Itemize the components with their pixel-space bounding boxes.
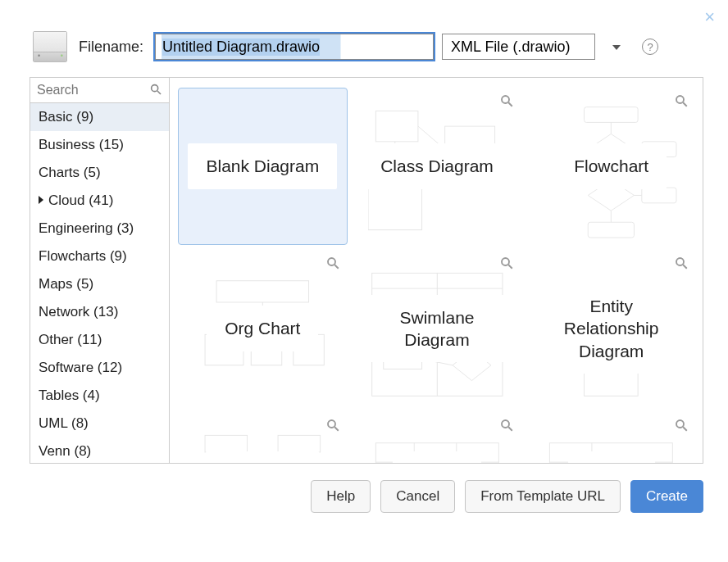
svg-line-74 bbox=[509, 427, 513, 431]
template-card[interactable]: Simple bbox=[353, 412, 522, 463]
svg-rect-9 bbox=[585, 107, 639, 123]
footer: Help Cancel From Template URL Create bbox=[0, 464, 728, 513]
category-item[interactable]: Tables (4) bbox=[30, 382, 169, 410]
svg-line-54 bbox=[683, 265, 687, 269]
svg-point-31 bbox=[328, 258, 335, 265]
magnify-icon[interactable] bbox=[325, 418, 340, 433]
search-input[interactable] bbox=[30, 78, 169, 102]
svg-line-32 bbox=[334, 265, 339, 269]
template-card[interactable]: Cross- bbox=[526, 412, 696, 463]
category-item[interactable]: Software (12) bbox=[30, 354, 169, 382]
magnify-icon[interactable] bbox=[499, 418, 514, 433]
svg-point-73 bbox=[502, 420, 509, 428]
category-item[interactable]: Charts (5) bbox=[30, 159, 169, 187]
template-card[interactable]: Sequence bbox=[178, 412, 348, 463]
sidebar: Basic (9)Business (15)Charts (5)Cloud (4… bbox=[30, 78, 170, 463]
category-item[interactable]: Venn (8) bbox=[30, 437, 169, 463]
magnify-icon[interactable] bbox=[674, 93, 689, 108]
svg-rect-14 bbox=[589, 222, 635, 238]
svg-point-20 bbox=[676, 96, 684, 103]
svg-line-83 bbox=[683, 427, 687, 431]
file-type-select[interactable]: XML File (.drawio) bbox=[442, 34, 595, 60]
template-card[interactable]: Org Chart bbox=[178, 250, 348, 407]
svg-rect-5 bbox=[368, 188, 422, 230]
category-label: Venn (8) bbox=[39, 443, 91, 459]
search-icon bbox=[149, 83, 162, 96]
svg-rect-13 bbox=[642, 188, 676, 203]
top-bar: Filename: XML File (.drawio) ? bbox=[0, 0, 728, 77]
template-label: Blank Diagram bbox=[188, 143, 337, 188]
svg-point-7 bbox=[502, 96, 509, 103]
template-label: Simple bbox=[393, 451, 481, 463]
template-label: Org Chart bbox=[207, 306, 318, 351]
template-label: Entity Relationship Diagram bbox=[542, 283, 681, 374]
template-card[interactable]: Flowchart bbox=[526, 88, 696, 245]
category-label: Other (11) bbox=[39, 332, 102, 347]
main-area: Basic (9)Business (15)Charts (5)Cloud (4… bbox=[30, 77, 703, 464]
category-label: Flowcharts (9) bbox=[39, 248, 127, 264]
template-label: Class Diagram bbox=[362, 143, 512, 188]
magnify-icon[interactable] bbox=[499, 93, 514, 108]
category-label: UML (8) bbox=[39, 415, 89, 431]
svg-line-8 bbox=[509, 102, 513, 107]
category-label: Maps (5) bbox=[39, 276, 93, 292]
magnify-icon[interactable] bbox=[325, 256, 340, 270]
template-label: Sequence bbox=[206, 451, 320, 463]
filename-input[interactable] bbox=[155, 34, 434, 60]
template-card[interactable]: Swimlane Diagram bbox=[353, 250, 522, 407]
category-label: Business (15) bbox=[39, 137, 124, 152]
category-label: Engineering (3) bbox=[39, 220, 134, 236]
svg-point-43 bbox=[502, 258, 509, 265]
magnify-icon[interactable] bbox=[674, 418, 689, 433]
filename-label: Filename: bbox=[79, 39, 143, 56]
template-label: Swimlane Diagram bbox=[353, 295, 521, 363]
chevron-right-icon bbox=[39, 196, 43, 204]
svg-point-0 bbox=[152, 85, 158, 92]
category-item[interactable]: Engineering (3) bbox=[30, 215, 169, 242]
from-template-url-button[interactable]: From Template URL bbox=[465, 480, 621, 513]
svg-line-21 bbox=[683, 102, 687, 107]
category-label: Tables (4) bbox=[39, 388, 100, 403]
template-card[interactable]: Entity Relationship Diagram bbox=[526, 250, 696, 407]
create-button[interactable]: Create bbox=[630, 480, 703, 513]
svg-point-82 bbox=[676, 420, 684, 428]
disk-icon bbox=[33, 31, 67, 62]
category-label: Software (12) bbox=[39, 360, 122, 375]
category-label: Charts (5) bbox=[39, 165, 101, 180]
category-item[interactable]: Business (15) bbox=[30, 131, 169, 159]
category-label: Network (13) bbox=[39, 304, 118, 320]
close-icon[interactable]: × bbox=[704, 8, 715, 26]
magnify-icon[interactable] bbox=[674, 256, 689, 270]
template-label: Cross- bbox=[568, 451, 655, 463]
svg-point-64 bbox=[328, 420, 335, 428]
help-button[interactable]: Help bbox=[311, 480, 371, 513]
template-grid: Blank DiagramClass DiagramFlowchartOrg C… bbox=[170, 78, 703, 463]
category-item[interactable]: UML (8) bbox=[30, 410, 169, 437]
template-label: Flowchart bbox=[556, 143, 667, 188]
template-card[interactable]: Blank Diagram bbox=[178, 88, 348, 245]
svg-rect-22 bbox=[216, 281, 308, 302]
svg-point-53 bbox=[676, 258, 684, 265]
svg-rect-2 bbox=[375, 111, 418, 141]
svg-line-65 bbox=[334, 427, 339, 431]
category-item[interactable]: Maps (5) bbox=[30, 270, 169, 298]
svg-rect-55 bbox=[205, 435, 248, 452]
category-list: Basic (9)Business (15)Charts (5)Cloud (4… bbox=[30, 103, 169, 463]
template-card[interactable]: Class Diagram bbox=[353, 88, 522, 245]
magnify-icon[interactable] bbox=[499, 256, 514, 270]
category-item[interactable]: Cloud (41) bbox=[30, 187, 169, 215]
help-icon[interactable]: ? bbox=[642, 39, 658, 55]
svg-rect-56 bbox=[278, 435, 321, 452]
category-item[interactable]: Other (11) bbox=[30, 326, 169, 354]
svg-line-1 bbox=[157, 91, 161, 94]
category-label: Basic (9) bbox=[39, 109, 93, 125]
category-label: Cloud (41) bbox=[48, 193, 113, 208]
category-item[interactable]: Network (13) bbox=[30, 298, 169, 326]
cancel-button[interactable]: Cancel bbox=[380, 480, 455, 513]
category-item[interactable]: Flowcharts (9) bbox=[30, 242, 169, 270]
svg-line-44 bbox=[509, 265, 513, 269]
category-item[interactable]: Basic (9) bbox=[30, 103, 169, 131]
